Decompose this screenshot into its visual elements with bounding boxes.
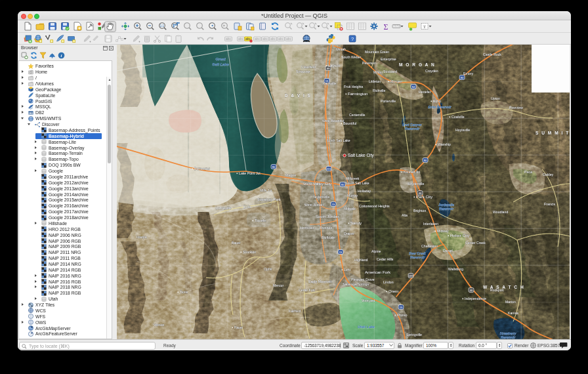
svg-text:Reservoir: Reservoir — [410, 256, 425, 259]
svg-text:Cottonwood Heights: Cottonwood Heights — [359, 204, 390, 208]
svg-text:215: 215 — [327, 167, 332, 171]
svg-text:abc: abc — [278, 37, 284, 41]
svg-text:Stockton: Stockton — [243, 250, 256, 254]
svg-text:American Fork: American Fork — [365, 270, 391, 274]
svg-text:Strawberry: Strawberry — [499, 332, 516, 335]
svg-text:Littleton: Littleton — [369, 79, 381, 83]
svg-text:Lindon: Lindon — [383, 280, 394, 284]
svg-text:Pleasant Grove: Pleasant Grove — [351, 278, 375, 281]
svg-text:Marion: Marion — [505, 300, 516, 304]
svg-text:80: 80 — [341, 183, 345, 186]
svg-text:Herriman: Herriman — [300, 226, 314, 230]
svg-text:Terra: Terra — [180, 290, 188, 294]
svg-text:D A V I S: D A V I S — [285, 93, 312, 98]
svg-text:Park City: Park City — [416, 194, 433, 199]
svg-text:Castle Rock: Castle Rock — [483, 52, 501, 56]
svg-text:Tooele: Tooele — [255, 218, 266, 222]
svg-text:40: 40 — [470, 289, 473, 292]
svg-text:Grantsville: Grantsville — [215, 206, 232, 210]
svg-text:Highland: Highland — [354, 258, 368, 262]
svg-text:Taylorsville: Taylorsville — [313, 195, 329, 199]
svg-text:Mills Jct: Mills Jct — [260, 188, 272, 192]
svg-text:Sandy: Sandy — [350, 221, 362, 225]
svg-text:Heber City: Heber City — [450, 233, 470, 238]
svg-text:Upton: Upton — [491, 96, 500, 100]
svg-text:Center Creek: Center Creek — [465, 241, 486, 245]
svg-text:Henefer: Henefer — [419, 90, 431, 94]
svg-text:Σ: Σ — [384, 22, 388, 31]
svg-text:Emory: Emory — [463, 72, 473, 75]
svg-text:i: i — [61, 53, 62, 58]
svg-text:Draper: Draper — [344, 232, 354, 236]
svg-text:abc: abc — [270, 37, 276, 41]
svg-text:East Canyon: East Canyon — [402, 123, 421, 127]
svg-text:Oakley: Oakley — [543, 173, 554, 177]
svg-text:Stansbury Park: Stansbury Park — [257, 197, 281, 201]
svg-text:Salt Lake City: Salt Lake City — [348, 153, 374, 158]
svg-text:Kimball Jct: Kimball Jct — [404, 170, 421, 174]
svg-text:Ophir: Ophir — [264, 267, 272, 271]
svg-text:Orem: Orem — [388, 289, 398, 293]
svg-text:15: 15 — [400, 306, 403, 309]
svg-text:Wanship: Wanship — [438, 142, 451, 146]
svg-text:Echo: Echo — [433, 99, 441, 103]
svg-text:abc: abc — [286, 37, 292, 41]
svg-text:Murray: Murray — [347, 194, 358, 197]
svg-text:Cedar Hills: Cedar Hills — [377, 257, 394, 261]
svg-text:North Salt Lake: North Salt Lake — [327, 138, 350, 142]
svg-text:Faust: Faust — [234, 325, 243, 329]
svg-text:Coalville: Coalville — [452, 115, 465, 119]
svg-text:189: 189 — [409, 274, 414, 278]
svg-text:Wallsburg: Wallsburg — [448, 267, 463, 271]
svg-text:Peterson: Peterson — [362, 61, 376, 65]
svg-text:Iosepa: Iosepa — [136, 235, 147, 239]
svg-text:Fruit Heights: Fruit Heights — [344, 85, 364, 89]
svg-text:West Bountiful: West Bountiful — [322, 119, 344, 123]
svg-text:W A S A T C H: W A S A T C H — [483, 285, 524, 289]
svg-text:Brighton: Brighton — [413, 209, 426, 213]
svg-text:Peoa: Peoa — [524, 170, 532, 174]
svg-text:Syracuse: Syracuse — [296, 70, 310, 73]
svg-text:Deer Creek: Deer Creek — [409, 252, 426, 255]
svg-text:M O R G A N: M O R G A N — [399, 62, 435, 67]
svg-text:Kaysville: Kaysville — [323, 81, 337, 85]
svg-text:Great: Great — [215, 57, 226, 61]
svg-text:abc: abc — [262, 37, 268, 41]
svg-text:1:1: 1:1 — [160, 24, 165, 28]
svg-text:Mountain Green: Mountain Green — [365, 50, 389, 54]
svg-text:Milton: Milton — [373, 70, 383, 74]
svg-text:Cedar Fort: Cedar Fort — [299, 288, 315, 292]
svg-text:Porterville: Porterville — [381, 99, 396, 103]
svg-text:Reservoir: Reservoir — [405, 127, 420, 131]
svg-text:Farmington: Farmington — [348, 92, 368, 96]
svg-text:West Jordan: West Jordan — [304, 203, 324, 207]
svg-text:Eagle Mountain: Eagle Mountain — [308, 280, 332, 283]
svg-text:Millcreek: Millcreek — [346, 177, 360, 180]
svg-text:Lehi: Lehi — [344, 268, 350, 272]
svg-text:Utah Lake: Utah Lake — [358, 325, 375, 329]
svg-text:Jordanelle: Jordanelle — [438, 203, 454, 207]
svg-text:abc: abc — [226, 37, 232, 41]
svg-text:Vineyard: Vineyard — [362, 299, 375, 302]
svg-text:S U M M I T: S U M M I T — [536, 131, 570, 135]
svg-text:Bluffdale: Bluffdale — [322, 236, 335, 239]
svg-text:Alta: Alta — [402, 213, 408, 217]
svg-text:Salt Lake: Salt Lake — [212, 62, 229, 66]
svg-text:Fairfield: Fairfield — [289, 309, 301, 313]
svg-text:Layton: Layton — [328, 64, 340, 68]
svg-text:Saratoga Springs: Saratoga Springs — [343, 282, 369, 286]
svg-text:84: 84 — [412, 85, 415, 89]
svg-text:Vernon: Vernon — [154, 323, 165, 327]
svg-text:80: 80 — [272, 165, 276, 169]
svg-text:?: ? — [351, 36, 354, 42]
svg-text:Erda: Erda — [243, 205, 251, 209]
svg-text:West Valley City: West Valley City — [303, 182, 331, 186]
svg-text:Richville: Richville — [373, 89, 385, 93]
svg-text:Hoytsville: Hoytsville — [455, 128, 470, 132]
svg-text:Independence: Independence — [465, 297, 486, 301]
svg-text:Interlaken: Interlaken — [423, 222, 438, 226]
svg-text:T: T — [423, 24, 427, 30]
svg-text:Clearfield: Clearfield — [301, 65, 316, 69]
svg-text:South Jordan: South Jordan — [316, 215, 339, 218]
svg-text:Lake Point Jct: Lake Point Jct — [239, 171, 261, 175]
